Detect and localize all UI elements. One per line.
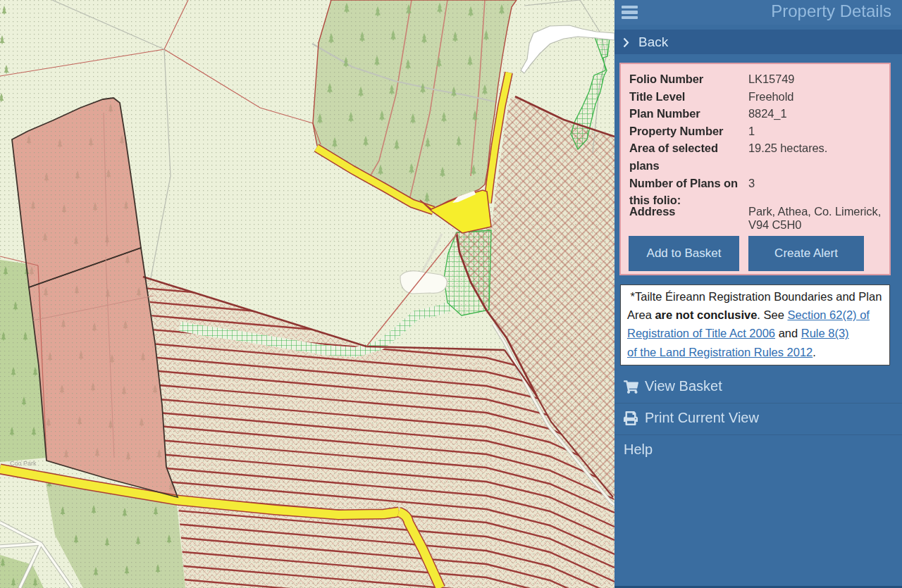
svg-text:Coo Park: Coo Park: [10, 460, 37, 467]
